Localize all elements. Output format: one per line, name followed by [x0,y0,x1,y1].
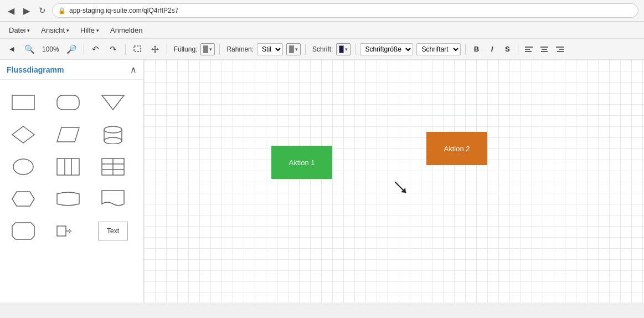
shape-circle[interactable] [7,153,40,181]
forward-button[interactable]: ▶ [21,5,32,16]
shape-banner[interactable] [51,185,85,213]
shape-line-connector[interactable] [51,217,85,245]
svg-marker-6 [157,48,159,50]
shape-document[interactable] [96,185,130,213]
menu-anmelden[interactable]: Anmelden [106,24,147,36]
shape-rectangle[interactable] [7,89,40,116]
svg-rect-34 [57,226,66,236]
zoom-level: 100% [40,44,61,54]
svg-marker-33 [12,192,34,206]
svg-rect-0 [134,46,141,52]
reload-button[interactable]: ↻ [37,5,48,16]
sep5 [305,44,306,55]
fullung-label: Füllung: [174,45,198,53]
font-size-select[interactable]: Schriftgröße [360,43,413,55]
shape-process[interactable] [7,217,40,245]
fill-color-swatch [203,45,208,53]
font-color-button[interactable]: ▾ [336,43,351,55]
font-family-select[interactable]: Schriftart [416,43,461,55]
menu-datei[interactable]: Datei ▾ [4,24,34,36]
fill-dropdown-arrow: ▾ [209,47,212,52]
aktion1-label: Aktion 1 [289,158,315,167]
toolbar: ◀ 🔍 100% 🔎 ↶ ↷ Füllung: ▾ Rahmen: Stil ▾… [0,39,644,60]
sep3 [167,44,167,55]
svg-marker-19 [12,126,34,143]
svg-marker-18 [102,95,124,110]
font-dropdown-arrow: ▾ [345,47,348,52]
lock-icon: 🔒 [58,7,66,14]
italic-button[interactable]: I [486,43,498,55]
undo-button[interactable]: ↶ [89,42,103,57]
sidebar-collapse-button[interactable]: ∧ [130,64,137,75]
sidebar-header: Flussdiagramm ∧ [0,60,143,80]
svg-marker-20 [57,127,79,142]
svg-rect-16 [12,95,34,110]
menu-hilfe[interactable]: Hilfe ▾ [76,24,104,36]
svg-rect-26 [57,158,79,175]
datei-arrow: ▾ [27,28,30,33]
svg-point-25 [13,159,33,175]
bold-button[interactable]: B [470,43,482,55]
border-color-button[interactable]: ▾ [286,43,301,55]
shape-swimlane-v[interactable] [51,153,85,181]
move-button[interactable] [148,42,162,57]
fill-color-button[interactable]: ▾ [200,43,215,55]
shape-diamond[interactable] [7,121,40,148]
shape-palette: Text [0,80,143,254]
schrift-label: Schrift: [312,45,333,53]
ansicht-arrow: ▾ [66,28,69,33]
svg-marker-3 [154,45,156,47]
sep1 [84,44,84,55]
border-style-select[interactable]: Stil [257,43,283,55]
shape-triangle-down[interactable] [96,89,130,116]
text-shape-label: Text [98,222,128,240]
border-dropdown-arrow: ▾ [295,47,298,52]
sep8 [518,44,518,55]
shape-parallelogram[interactable] [51,121,85,148]
browser-chrome: ◀ ▶ ↻ 🔒 app-staging.iq-suite.com/qlQ4rft… [0,0,644,22]
menu-ansicht[interactable]: Ansicht ▾ [37,24,74,36]
sidebar: Flussdiagramm ∧ [0,60,144,302]
menu-bar: Datei ▾ Ansicht ▾ Hilfe ▾ Anmelden [0,22,644,39]
shape-aktion2[interactable]: Aktion 2 [426,132,487,165]
svg-point-24 [104,137,122,144]
shape-text[interactable]: Text [96,217,130,245]
border-color-swatch [289,45,294,53]
url-text: app-staging.iq-suite.com/qlQ4rftP2s7 [69,7,178,14]
sep7 [465,44,466,55]
browser-nav: ◀ ▶ ↻ 🔒 app-staging.iq-suite.com/qlQ4rft… [0,0,644,22]
shape-hexagon[interactable] [7,185,40,213]
zoom-in-button[interactable]: 🔎 [65,42,79,57]
select-button[interactable] [130,42,145,57]
address-bar[interactable]: 🔒 app-staging.iq-suite.com/qlQ4rftP2s7 [52,3,638,18]
svg-point-21 [104,126,122,133]
shape-aktion1[interactable]: Aktion 1 [271,146,332,179]
aktion2-label: Aktion 2 [444,145,470,153]
canvas-area[interactable]: Aktion 1 Aktion 2 [144,60,644,302]
align-left-button[interactable] [523,43,535,55]
align-right-button[interactable] [554,43,566,55]
svg-rect-17 [57,95,79,110]
align-center-button[interactable] [538,43,550,55]
strikethrough-button[interactable]: S [501,43,513,55]
canvas-grid [144,60,644,302]
svg-marker-4 [154,52,156,53]
hilfe-arrow: ▾ [96,28,99,33]
svg-marker-5 [151,48,153,50]
sidebar-title: Flussdiagramm [7,65,64,74]
main-area: Flussdiagramm ∧ [0,60,644,302]
sep2 [125,44,126,55]
shape-rounded-rect[interactable] [51,89,85,116]
prev-page-button[interactable]: ◀ [4,42,19,57]
shape-cylinder[interactable] [96,121,130,148]
redo-button[interactable]: ↷ [106,42,121,57]
sep4 [219,44,220,55]
rahmen-label: Rahmen: [226,45,254,53]
shape-table[interactable] [96,153,130,181]
font-color-swatch [339,45,344,53]
back-button[interactable]: ◀ [6,5,17,16]
sep6 [355,44,356,55]
zoom-out-button[interactable]: 🔍 [22,42,37,57]
